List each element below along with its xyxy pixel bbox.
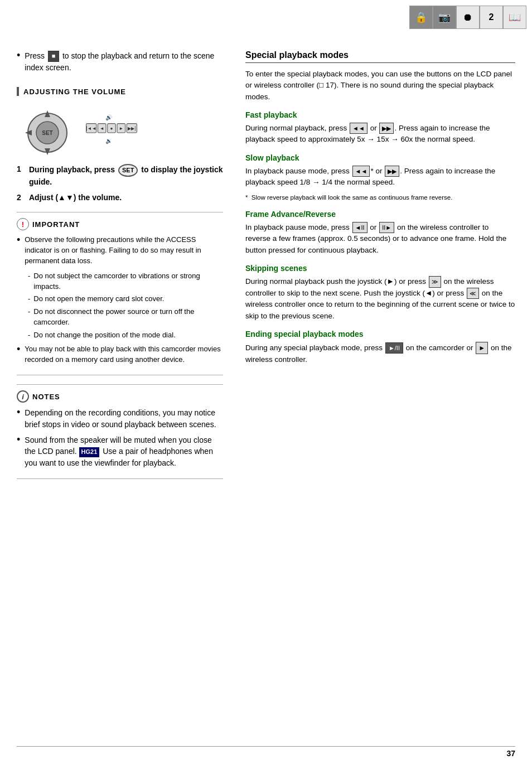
sub-bullet-2: - Do not open the memory card slot cover… [28, 294, 223, 304]
special-playback-intro: To enter the special playback modes, you… [245, 69, 515, 103]
numbered-steps: 1 During playback, press SET to display … [17, 164, 223, 204]
bullet-dot-n2: • [17, 434, 20, 446]
intro-bullet-section: • Press ■ to stop the playback and retur… [17, 50, 223, 74]
important-bullet-2-text: You may not be able to play back with th… [25, 344, 223, 365]
main-layout: • Press ■ to stop the playback and retur… [0, 0, 532, 496]
slow-playback-text: In playback pause mode, press ◄◄* or ▶▶.… [245, 166, 515, 188]
svg-text:|◄◄: |◄◄ [86, 125, 96, 130]
frame-advance-text: In playback pause mode, press ◄II or II►… [245, 222, 515, 256]
sub-bullet-1-text: Do not subject the camcorder to vibratio… [33, 271, 223, 292]
set-button-icon: SET [118, 164, 138, 177]
bullet-dot-n1: • [17, 407, 20, 418]
right-column: Special playback modes To enter the spec… [234, 39, 532, 496]
notes-label: NOTES [32, 393, 60, 401]
adjusting-volume-title: Adjusting the Volume [23, 88, 126, 96]
skip-rev-icon: ≪ [467, 288, 479, 299]
play-icon: ► [476, 342, 488, 354]
important-section: ! IMPORTANT • Observe the following prec… [17, 212, 223, 375]
frame-fwd-icon: II► [379, 222, 394, 234]
notes-bullet-2: • Sound from the speaker will be muted w… [17, 434, 223, 468]
sub-bullet-1: - Do not subject the camcorder to vibrat… [28, 271, 223, 292]
bullet-dot-1: • [17, 235, 20, 246]
lock-icon: 🔒 [409, 6, 433, 29]
sub-bullet-4: - Do not change the position of the mode… [28, 330, 223, 341]
slow-playback-footnote: * Slow reverse playback will look the sa… [245, 193, 515, 202]
ending-special-title: Ending special playback modes [245, 330, 515, 338]
joystick-diagram: SET [22, 105, 72, 155]
ffwd-icon: ▶▶ [379, 123, 394, 134]
notes-section: i NOTES • Depending on the recording con… [17, 384, 223, 478]
stop-button-icon: ■ [48, 51, 59, 62]
skipping-scenes-title: Skipping scenes [245, 264, 515, 273]
step-1-number: 1 [17, 164, 29, 175]
notes-icon: i [17, 390, 29, 403]
notes-bullet-1: • Depending on the recording conditions,… [17, 407, 223, 430]
dash-3: - [28, 307, 30, 328]
important-bullet-2: • You may not be able to play back with … [17, 344, 223, 365]
bullet-dot-2: • [17, 344, 20, 355]
step-2: 2 Adjust (▲▼) the volume. [17, 192, 223, 204]
notes-bullets: • Depending on the recording conditions,… [17, 407, 223, 468]
sub-bullet-4-text: Do not change the position of the mode d… [33, 330, 175, 341]
svg-text:🔊: 🔊 [105, 114, 113, 121]
sub-bullets: - Do not subject the camcorder to vibrat… [28, 271, 223, 341]
sub-bullet-2-text: Do not open the memory card slot cover. [33, 294, 164, 304]
slow-rewind-icon: ◄◄ [352, 166, 370, 177]
circle-icon: ⏺ [456, 6, 480, 29]
important-header: ! IMPORTANT [17, 218, 223, 230]
special-playback-title: Special playback modes [245, 50, 515, 63]
fast-playback-title: Fast playback [245, 110, 515, 119]
intro-bullet-item: • Press ■ to stop the playback and retur… [17, 50, 223, 74]
ending-special-text: During any special playback mode, press … [245, 342, 515, 365]
hg21-badge: HG21 [79, 447, 100, 457]
bottom-divider [17, 746, 515, 747]
step-2-text: Adjust (▲▼) the volume. [29, 192, 122, 204]
header-icons: 🔒 📷 ⏺ 2 📖 [409, 6, 526, 29]
bullet-dot: • [17, 50, 20, 61]
dash-2: - [28, 294, 30, 304]
sub-bullet-3: - Do not disconnect the power source or … [28, 307, 223, 328]
slow-ffwd-icon: ▶▶ [385, 166, 399, 177]
adjusting-volume-header: Adjusting the Volume [17, 87, 223, 96]
step-2-number: 2 [17, 192, 29, 204]
slow-playback-title: Slow playback [245, 153, 515, 162]
left-column: • Press ■ to stop the playback and retur… [0, 39, 234, 496]
rewind-icon: ◄◄ [350, 123, 367, 134]
notes-bullet-2-text: Sound from the speaker will be muted whe… [25, 434, 223, 468]
dash-1: - [28, 271, 30, 292]
step-1: 1 During playback, press SET to display … [17, 164, 223, 188]
important-bullets: • Observe the following precautions whil… [17, 235, 223, 365]
skipping-scenes-text: During normal playback push the joystick… [245, 276, 515, 322]
skip-fwd-icon: ≫ [429, 276, 441, 288]
svg-text:●: ● [110, 125, 113, 130]
diagram-area: SET 🔊 |◄◄ ◄ [22, 105, 223, 155]
notes-header: i NOTES [17, 390, 223, 403]
step-1-text: During playback, press SET to display th… [29, 164, 223, 188]
fast-playback-text: During normal playback, press ◄◄ or ▶▶. … [245, 123, 515, 146]
play-pause-icon: ►/II [385, 342, 403, 354]
svg-text:►: ► [119, 125, 123, 130]
camera-icon: 📷 [433, 6, 456, 29]
important-icon: ! [17, 218, 29, 230]
page-number: 37 [506, 749, 515, 758]
svg-text:◄: ◄ [100, 125, 104, 130]
important-bullet-1-text: Observe the following precautions while … [25, 235, 223, 267]
frame-advance-title: Frame Advance/Reverse [245, 210, 515, 219]
sub-bullet-3-text: Do not disconnect the power source or tu… [33, 307, 223, 328]
intro-bullet-text: Press ■ to stop the playback and return … [25, 50, 223, 74]
important-bullet-1: • Observe the following precautions whil… [17, 235, 223, 267]
important-label: IMPORTANT [32, 220, 80, 229]
remote-diagram: 🔊 |◄◄ ◄ ● ► ▶▶| 🔉 [84, 110, 139, 149]
svg-text:SET: SET [42, 130, 52, 136]
dash-4: - [28, 330, 30, 341]
number-icon: 2 [480, 6, 503, 29]
svg-text:🔉: 🔉 [105, 137, 113, 144]
frame-rev-icon: ◄II [352, 222, 367, 234]
svg-text:▶▶|: ▶▶| [128, 125, 136, 130]
book-icon: 📖 [503, 6, 526, 29]
notes-bullet-1-text: Depending on the recording conditions, y… [25, 407, 223, 430]
